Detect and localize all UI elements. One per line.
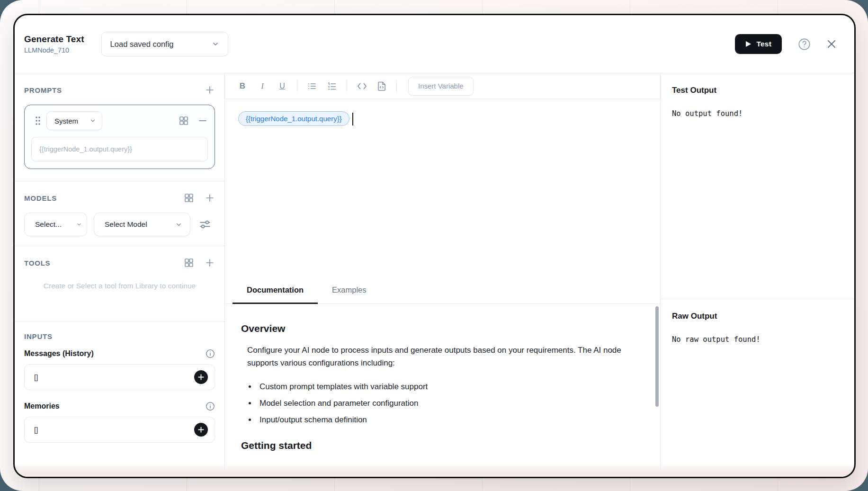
overview-text: Configure your AI node to process inputs… [247,344,641,370]
memories-label: Memories [24,402,60,411]
prompt-role-select[interactable]: System [46,111,102,130]
test-output-text: No output found! [672,109,843,118]
docs-scrollbar[interactable] [655,306,659,407]
models-section-label: MODELS [24,194,57,202]
prompt-text-input[interactable] [31,137,208,161]
expand-models-icon[interactable] [184,193,194,203]
raw-output-heading: Raw Output [672,312,843,321]
insert-variable-button[interactable]: Insert Variable [408,77,474,96]
toolbar-divider [347,80,347,92]
tools-section-label: TOOLS [24,259,50,267]
play-icon [745,41,752,47]
list-item: Model selection and parameter configurat… [257,399,641,408]
add-message-button[interactable] [194,370,208,384]
text-cursor [352,113,353,125]
prompt-editor-area[interactable]: {{triggerNode_1.output.query}} [225,99,660,278]
documentation-panel[interactable]: Overview Configure your AI node to proce… [225,304,660,477]
list-item: Input/output schema definition [257,415,641,425]
model-settings-icon[interactable] [199,218,211,231]
messages-history-label: Messages (History) [24,349,94,358]
model-select[interactable]: Select Model [94,213,190,236]
chevron-down-icon [212,40,219,48]
add-tool-icon[interactable] [205,258,215,268]
tab-documentation[interactable]: Documentation [233,278,318,304]
tab-examples[interactable]: Examples [318,278,380,304]
prompts-section-label: PROMPTS [24,86,62,94]
close-icon[interactable] [826,38,837,50]
numbered-list-icon [327,81,337,91]
raw-output-section: Raw Output No raw output found! [661,299,854,356]
tools-section: TOOLS Create or Select a tool from Libra… [15,246,224,322]
overview-heading: Overview [241,323,641,334]
bold-button[interactable]: B [233,77,252,95]
tools-empty-text: Create or Select a tool from Library to … [39,280,200,291]
test-output-heading: Test Output [672,86,843,95]
code-file-icon [377,81,386,91]
info-icon[interactable] [206,402,215,411]
add-memory-button[interactable] [194,423,208,437]
output-panel: Test Output No output found! Raw Output … [660,73,854,477]
provider-select[interactable]: Select... [24,213,87,236]
drag-handle-icon[interactable] [34,116,42,126]
node-title-block: Generate Text LLMNode_710 [24,34,84,54]
test-button-label: Test [756,40,771,48]
toolbar-divider [297,80,297,92]
editor-toolbar: B I U Insert Variable [225,73,660,99]
memories-value: [] [34,426,194,434]
node-id: LLMNode_710 [24,46,84,54]
underline-button[interactable]: U [272,77,292,95]
code-icon [357,82,367,90]
inputs-section: INPUTS Messages (History) [] Memories [15,322,224,477]
expand-tools-icon[interactable] [184,258,194,268]
prompts-section: PROMPTS System [15,73,224,181]
test-output-section: Test Output No output found! [661,73,854,299]
italic-button[interactable]: I [252,77,272,95]
models-section: MODELS Select... Select Model [15,181,224,246]
prompt-role-value: System [54,117,89,125]
load-saved-config-value: Load saved config [110,40,212,49]
chevron-down-icon [89,117,96,124]
node-config-modal: Generate Text LLMNode_710 Load saved con… [13,14,856,478]
getting-started-heading: Getting started [241,440,641,451]
toolbar-divider [396,80,397,92]
model-select-value: Select Model [105,220,175,229]
messages-history-input[interactable]: [] [24,364,215,390]
expand-prompt-icon[interactable] [179,116,189,126]
config-sidebar: PROMPTS System [15,73,225,477]
test-button[interactable]: Test [735,34,782,54]
plus-icon [197,374,205,381]
add-model-icon[interactable] [205,193,215,203]
feature-list: Custom prompt templates with variable su… [257,382,641,425]
plus-icon [197,426,205,433]
remove-prompt-icon[interactable] [197,116,208,126]
load-saved-config-select[interactable]: Load saved config [101,32,228,56]
modal-header: Generate Text LLMNode_710 Load saved con… [15,15,854,73]
modal-body: PROMPTS System [15,73,854,477]
raw-output-text: No raw output found! [672,335,843,344]
header-actions: Test [735,34,837,54]
messages-history-value: [] [34,373,194,381]
code-button[interactable] [352,77,372,95]
prompt-editor-column: B I U Insert Variable [225,73,660,477]
inputs-section-label: INPUTS [24,332,53,340]
chevron-down-icon [76,222,82,227]
numbered-list-button[interactable] [322,77,342,95]
bullet-list-button[interactable] [302,77,322,95]
add-prompt-icon[interactable] [205,85,215,95]
variable-chip[interactable]: {{triggerNode_1.output.query}} [238,111,349,126]
list-item: Custom prompt templates with variable su… [257,382,641,392]
docs-tabbar: Documentation Examples [225,278,660,304]
provider-select-value: Select... [35,220,76,229]
help-icon[interactable] [798,38,811,51]
bullet-list-icon [307,81,317,91]
code-file-button[interactable] [372,77,392,95]
node-title: Generate Text [24,34,84,45]
prompt-card: System [24,105,215,169]
info-icon[interactable] [206,349,215,358]
memories-input[interactable]: [] [24,417,215,443]
chevron-down-icon [175,221,182,228]
